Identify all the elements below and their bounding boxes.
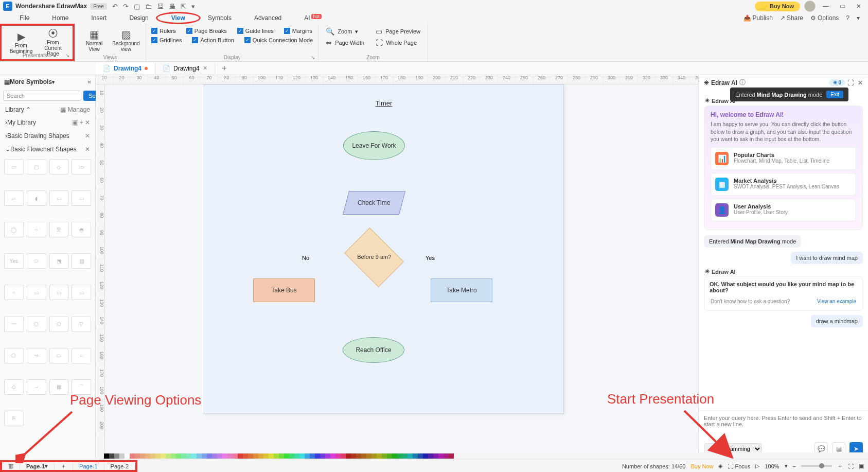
- menu-insert[interactable]: Insert: [80, 13, 118, 23]
- fullscreen-icon[interactable]: ▣: [859, 463, 864, 469]
- view-example-link[interactable]: View an example: [817, 299, 856, 304]
- label-yes[interactable]: Yes: [426, 255, 435, 261]
- color-swatch[interactable]: [356, 453, 361, 459]
- shape-leave-for-work[interactable]: Leave For Work: [343, 131, 405, 160]
- close-icon[interactable]: ✕: [853, 3, 865, 10]
- color-swatch[interactable]: [284, 453, 289, 459]
- guide-lines-checkbox[interactable]: ✓Guide lines: [237, 28, 274, 34]
- status-buy-now[interactable]: Buy Now: [690, 463, 713, 469]
- shape-item[interactable]: →: [27, 379, 46, 395]
- suggestion-market-analysis[interactable]: ▦Market AnalysisSWOT Analysis, PEST Anal…: [711, 173, 856, 196]
- whole-page-button[interactable]: ⛶Whole Page: [374, 37, 422, 48]
- color-swatch[interactable]: [166, 453, 171, 459]
- page-width-button[interactable]: ⇔Page Width: [324, 37, 366, 48]
- help-icon[interactable]: ?: [846, 14, 849, 22]
- shape-decision[interactable]: Before 9 am?: [344, 228, 404, 287]
- new-icon[interactable]: ▢: [134, 3, 140, 10]
- zoom-out-icon[interactable]: −: [793, 463, 796, 469]
- color-swatch[interactable]: [413, 453, 418, 459]
- color-swatch[interactable]: [289, 453, 294, 459]
- shape-item[interactable]: ▭: [72, 159, 91, 174]
- zoom-in-icon[interactable]: ＋: [837, 462, 843, 470]
- focus-button[interactable]: ⛶ Focus: [728, 463, 750, 469]
- color-swatch[interactable]: [408, 453, 413, 459]
- menu-advanced[interactable]: Advanced: [243, 13, 293, 23]
- zoom-slider[interactable]: [801, 465, 832, 467]
- color-swatch[interactable]: [449, 453, 454, 459]
- ai-expand-icon[interactable]: ⛶: [847, 79, 854, 86]
- color-palette-bar[interactable]: [103, 452, 868, 460]
- shape-item[interactable]: ▭: [27, 285, 46, 300]
- shape-item[interactable]: 〰: [4, 317, 24, 332]
- color-swatch[interactable]: [145, 453, 150, 459]
- color-swatch[interactable]: [423, 453, 428, 459]
- color-swatch[interactable]: [109, 453, 114, 459]
- shape-item[interactable]: ⌒: [72, 379, 91, 395]
- shape-item[interactable]: ⬭: [27, 253, 46, 269]
- color-swatch[interactable]: [274, 453, 279, 459]
- page-tab-2[interactable]: Page-2: [104, 462, 135, 470]
- color-swatch[interactable]: [335, 453, 341, 459]
- margins-checkbox[interactable]: ✓Margins: [284, 28, 312, 34]
- color-swatch[interactable]: [171, 453, 176, 459]
- minimize-icon[interactable]: —: [820, 3, 832, 10]
- color-swatch[interactable]: [263, 453, 269, 459]
- ai-credit-pill[interactable]: ✳ 0: [829, 79, 845, 86]
- color-swatch[interactable]: [181, 453, 186, 459]
- color-swatch[interactable]: [299, 453, 305, 459]
- menu-view[interactable]: View: [160, 13, 197, 23]
- color-swatch[interactable]: [130, 453, 135, 459]
- color-swatch[interactable]: [253, 453, 258, 459]
- color-swatch[interactable]: [119, 453, 125, 459]
- shape-item[interactable]: ▱: [4, 190, 24, 206]
- tab-close-icon[interactable]: ✕: [203, 65, 207, 72]
- color-swatch[interactable]: [125, 453, 130, 459]
- zoom-button[interactable]: 🔍Zoom ▾: [324, 26, 366, 37]
- add-tab-button[interactable]: ＋: [215, 63, 234, 74]
- shape-item[interactable]: ▭: [49, 285, 69, 300]
- color-swatch[interactable]: [238, 453, 243, 459]
- shape-item[interactable]: ◖: [27, 190, 46, 206]
- section-close-icon[interactable]: ✕: [85, 132, 90, 139]
- color-swatch[interactable]: [444, 453, 449, 459]
- color-swatch[interactable]: [227, 453, 233, 459]
- color-swatch[interactable]: [346, 453, 351, 459]
- maximize-icon[interactable]: ▭: [836, 3, 848, 10]
- user-avatar[interactable]: [804, 1, 816, 12]
- shape-item[interactable]: ◓: [72, 222, 91, 237]
- rulers-checkbox[interactable]: ✓Rulers: [151, 28, 176, 34]
- color-swatch[interactable]: [248, 453, 253, 459]
- drawing-page[interactable]: Timer Leave For Work Check Time Before 9…: [204, 84, 564, 414]
- label-no[interactable]: No: [302, 255, 309, 261]
- color-swatch[interactable]: [233, 453, 238, 459]
- collapse-ribbon-icon[interactable]: ▾: [857, 14, 860, 22]
- color-swatch[interactable]: [222, 453, 227, 459]
- shape-item[interactable]: ▦: [49, 379, 69, 395]
- menu-symbols[interactable]: Symbols: [197, 13, 243, 23]
- ai-close-icon[interactable]: ✕: [858, 79, 863, 86]
- lib-close-icon[interactable]: ✕: [85, 119, 90, 126]
- zoom-value[interactable]: 100%: [765, 463, 779, 469]
- shape-item[interactable]: ⬠: [49, 317, 69, 332]
- display-expand-icon[interactable]: ↘: [311, 55, 315, 60]
- suggestion-user-analysis[interactable]: 👤User AnalysisUser Profile, User Story: [711, 199, 856, 221]
- save-icon[interactable]: 🖫: [157, 3, 164, 10]
- color-swatch[interactable]: [202, 453, 207, 459]
- color-swatch[interactable]: [428, 453, 433, 459]
- color-swatch[interactable]: [330, 453, 335, 459]
- color-swatch[interactable]: [212, 453, 217, 459]
- shape-item[interactable]: ▢: [27, 159, 46, 174]
- color-swatch[interactable]: [161, 453, 166, 459]
- shape-item[interactable]: ◇: [49, 159, 69, 174]
- color-swatch[interactable]: [207, 453, 212, 459]
- shape-item[interactable]: Yes: [4, 253, 24, 269]
- shape-item[interactable]: ○: [27, 222, 46, 237]
- qat-more-icon[interactable]: ▾: [191, 3, 195, 10]
- color-swatch[interactable]: [366, 453, 371, 459]
- shape-item[interactable]: ▭: [72, 190, 91, 206]
- publish-button[interactable]: 📤 Publish: [743, 14, 773, 22]
- lib-add-icon[interactable]: ▣: [72, 119, 78, 126]
- shape-item[interactable]: ▭: [4, 159, 24, 174]
- color-swatch[interactable]: [258, 453, 263, 459]
- color-swatch[interactable]: [191, 453, 197, 459]
